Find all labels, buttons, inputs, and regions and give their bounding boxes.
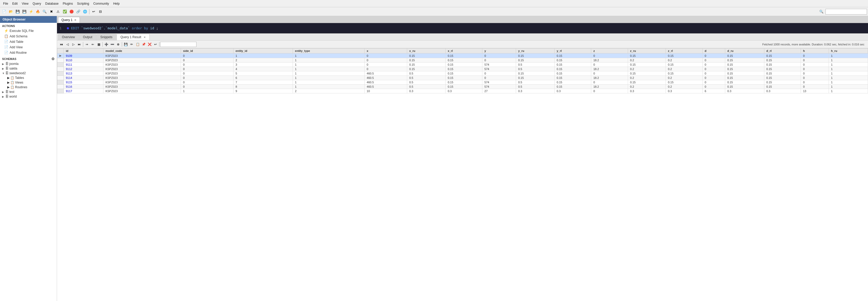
- menu-edit[interactable]: Edit: [10, 1, 20, 6]
- cell-entity_id[interactable]: 2: [233, 58, 292, 62]
- col-d-rl[interactable]: d_rl: [764, 49, 801, 53]
- result-tab-query1[interactable]: Query 1 Result ✕: [117, 34, 150, 40]
- cell-id[interactable]: 9114: [64, 76, 103, 80]
- query-tab-1[interactable]: Query 1 ✕: [58, 17, 80, 23]
- menu-plugins[interactable]: Plugins: [61, 1, 75, 6]
- cell-z_ru[interactable]: 0.2: [628, 85, 666, 89]
- cell-d[interactable]: 0: [702, 85, 725, 89]
- cell-z_rl[interactable]: 0.2: [666, 58, 703, 62]
- cell-z_ru[interactable]: 0.2: [628, 67, 666, 71]
- col-x[interactable]: x: [364, 49, 407, 53]
- cell-d_rl[interactable]: 0.15: [764, 85, 801, 89]
- menu-scripting[interactable]: Scripting: [75, 1, 91, 6]
- col-z[interactable]: z: [591, 49, 628, 53]
- result-btn-last[interactable]: ⏭: [76, 42, 82, 47]
- sidebar-item-views[interactable]: ▶ 📋 Views: [5, 80, 57, 85]
- cell-y_ru[interactable]: 0.5: [516, 85, 554, 89]
- col-y-ru[interactable]: y_ru: [516, 49, 554, 53]
- cell-entity_type[interactable]: 2: [293, 89, 365, 93]
- cell-h[interactable]: 0: [801, 71, 829, 76]
- cell-model_code[interactable]: KSPZ023: [103, 67, 181, 71]
- cell-h[interactable]: 0: [801, 67, 829, 71]
- cell-marker[interactable]: [57, 58, 64, 62]
- result-btn-prev[interactable]: ◁: [65, 42, 70, 47]
- cell-d[interactable]: 0: [702, 71, 725, 76]
- cell-h[interactable]: 0: [801, 58, 829, 62]
- cell-d_rl[interactable]: 0.15: [764, 76, 801, 80]
- cell-entity_type[interactable]: 1: [293, 80, 365, 85]
- cell-x_ru[interactable]: 0.5: [407, 80, 445, 85]
- cell-h[interactable]: 13: [801, 89, 829, 93]
- sidebar-action-execute-sql[interactable]: ⚡ Execute SQL File: [0, 28, 57, 33]
- cell-h_ru[interactable]: 1: [829, 71, 868, 76]
- cell-y_rl[interactable]: 0.15: [554, 71, 591, 76]
- table-row[interactable]: 9113KSPZ023051460.50.50.1500.150.1500.15…: [57, 71, 868, 76]
- cell-d[interactable]: 0: [702, 58, 725, 62]
- cell-y_rl[interactable]: 0.15: [554, 67, 591, 71]
- cell-entity_id[interactable]: 3: [233, 62, 292, 67]
- cell-side_id[interactable]: 0: [181, 76, 233, 80]
- toolbar-btn-stop2[interactable]: 🛑: [68, 8, 75, 15]
- col-id[interactable]: id: [64, 49, 103, 53]
- cell-y_ru[interactable]: 0.5: [516, 67, 554, 71]
- cell-z_rl[interactable]: 0.2: [666, 85, 703, 89]
- cell-model_code[interactable]: KSPZ023: [103, 71, 181, 76]
- menu-query[interactable]: Query: [31, 1, 43, 6]
- result-tab-snippets[interactable]: Snippets: [96, 34, 116, 40]
- col-y[interactable]: y: [482, 49, 516, 53]
- result-tab-output[interactable]: Output: [79, 34, 96, 40]
- cell-model_code[interactable]: KSPZ023: [103, 85, 181, 89]
- result-btn-addrow[interactable]: ➕: [103, 42, 109, 47]
- cell-x_ru[interactable]: 0.5: [407, 76, 445, 80]
- cell-model_code[interactable]: KSPZ023: [103, 89, 181, 93]
- cell-z_ru[interactable]: 0.2: [628, 58, 666, 62]
- cell-x[interactable]: 460.5: [364, 80, 407, 85]
- cell-x_rl[interactable]: 0.15: [445, 58, 482, 62]
- cell-z[interactable]: 0: [591, 71, 628, 76]
- cell-z[interactable]: 0: [591, 53, 628, 58]
- cell-x[interactable]: 0: [364, 62, 407, 67]
- result-btn-dup[interactable]: ⊕: [115, 42, 121, 47]
- col-d[interactable]: d: [702, 49, 725, 53]
- cell-d_ru[interactable]: 0.15: [725, 71, 764, 76]
- cell-d_ru[interactable]: 0.3: [725, 89, 764, 93]
- cell-d_ru[interactable]: 0.15: [725, 62, 764, 67]
- cell-z[interactable]: 0: [591, 80, 628, 85]
- cell-d_rl[interactable]: 0.15: [764, 53, 801, 58]
- cell-x[interactable]: 460.5: [364, 85, 407, 89]
- cell-h_ru[interactable]: 1: [829, 67, 868, 71]
- cell-y_ru[interactable]: 0.15: [516, 58, 554, 62]
- cell-y_ru[interactable]: 0.5: [516, 80, 554, 85]
- sidebar-item-test[interactable]: ▶ 🗄 test: [0, 89, 57, 94]
- cell-z[interactable]: 18.2: [591, 76, 628, 80]
- col-side-id[interactable]: side_id: [181, 49, 233, 53]
- cell-side_id[interactable]: 0: [181, 67, 233, 71]
- col-z-rl[interactable]: z_rl: [666, 49, 703, 53]
- cell-marker[interactable]: [57, 80, 64, 85]
- cell-entity_id[interactable]: 8: [233, 85, 292, 89]
- cell-h[interactable]: 0: [801, 53, 829, 58]
- cell-model_code[interactable]: KSPZ023: [103, 62, 181, 67]
- sidebar-item-joomla[interactable]: ▶ 🗄 joomla: [0, 61, 57, 66]
- col-z-ru[interactable]: z_ru: [628, 49, 666, 53]
- sidebar-action-add-table[interactable]: 📄 Add Table: [0, 39, 57, 44]
- cell-entity_id[interactable]: 9: [233, 89, 292, 93]
- query-text[interactable]: EDIT `swedwood2`.`model_data` order by i…: [71, 26, 158, 30]
- toolbar-btn-1[interactable]: 📄: [1, 8, 7, 15]
- cell-y[interactable]: 0: [482, 71, 516, 76]
- cell-id[interactable]: 9117: [64, 89, 103, 93]
- cell-x_ru[interactable]: 0.15: [407, 58, 445, 62]
- cell-side_id[interactable]: 0: [181, 53, 233, 58]
- toolbar-btn-save[interactable]: 💾: [14, 8, 21, 15]
- table-row[interactable]: 9115KSPZ023071460.50.50.155740.50.1500.1…: [57, 80, 868, 85]
- cell-z_rl[interactable]: 0.3: [666, 89, 703, 93]
- cell-z_rl[interactable]: 0.15: [666, 53, 703, 58]
- cell-z_ru[interactable]: 0.15: [628, 71, 666, 76]
- cell-d_rl[interactable]: 0.15: [764, 58, 801, 62]
- cell-marker[interactable]: [57, 89, 64, 93]
- cell-x_ru[interactable]: 0.5: [407, 71, 445, 76]
- cell-h[interactable]: 0: [801, 62, 829, 67]
- cell-x_rl[interactable]: 0.15: [445, 71, 482, 76]
- col-y-rl[interactable]: y_rl: [554, 49, 591, 53]
- cell-d_rl[interactable]: 0.3: [764, 89, 801, 93]
